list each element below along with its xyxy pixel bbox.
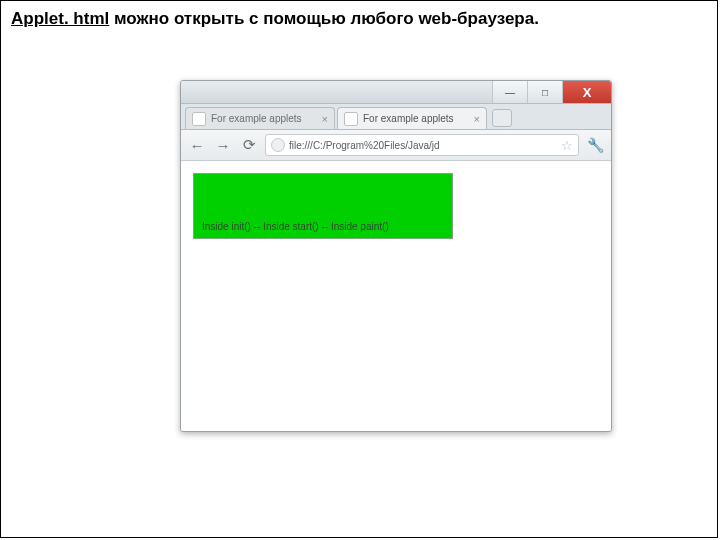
minimize-button[interactable]: — [492,81,527,103]
tab-label: For example applets [363,113,469,124]
address-text: file:///C:/Program%20Files/Java/jd [289,140,557,151]
maximize-button[interactable]: □ [527,81,562,103]
globe-icon [271,138,285,152]
caption-rest: можно открыть с помощью любого web-брауз… [109,9,539,28]
page-frame: Applet. html можно открыть с помощью люб… [0,0,718,538]
favicon-icon [192,112,206,126]
tab-close-icon[interactable]: × [474,113,480,125]
tab-close-icon[interactable]: × [322,113,328,125]
browser-window: — □ X For example applets × For example … [180,80,612,432]
close-button[interactable]: X [562,81,611,103]
titlebar: — □ X [181,81,611,104]
tab-strip: For example applets × For example applet… [181,104,611,130]
tab-label: For example applets [211,113,317,124]
menu-wrench-icon[interactable]: 🔧 [585,135,605,155]
applet-area: Inside init() -- Inside start() -- Insid… [193,173,453,239]
forward-button[interactable]: → [213,135,233,155]
address-bar[interactable]: file:///C:/Program%20Files/Java/jd ☆ [265,134,579,156]
toolbar: ← → ⟳ file:///C:/Program%20Files/Java/jd… [181,130,611,161]
bookmark-star-icon[interactable]: ☆ [561,138,573,153]
tab-active[interactable]: For example applets × [337,107,487,129]
page-content: Inside init() -- Inside start() -- Insid… [181,161,611,432]
reload-button[interactable]: ⟳ [239,135,259,155]
new-tab-button[interactable] [492,109,512,127]
caption-text: Applet. html можно открыть с помощью люб… [1,1,717,33]
caption-filename: Applet. html [11,9,109,28]
applet-output-text: Inside init() -- Inside start() -- Insid… [202,221,389,232]
back-button[interactable]: ← [187,135,207,155]
favicon-icon [344,112,358,126]
tab-inactive[interactable]: For example applets × [185,107,335,129]
